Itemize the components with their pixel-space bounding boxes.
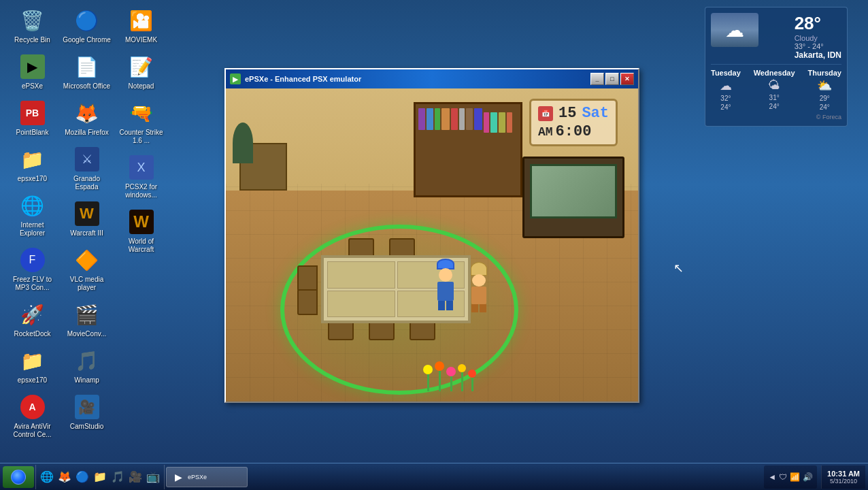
system-clock[interactable]: 10:31 AM 5/31/2010	[821, 466, 865, 489]
close-button[interactable]: ✕	[620, 73, 634, 85]
icon-winamp-label: Winamp	[74, 376, 99, 385]
icon-camstudio-label: CamStudio	[70, 423, 103, 431]
icon-camstudio[interactable]: 🎥 CamStudio	[61, 393, 112, 431]
epsxe-taskbar-item[interactable]: ▶ ePSXe	[166, 467, 248, 487]
icon-firefox[interactable]: 🦊 Mozilla Firefox	[61, 99, 112, 137]
icon-wow[interactable]: W World of Warcraft	[116, 208, 167, 254]
epsxe-window[interactable]: ▶ ePSXe - Enhanced PSX emulator _ □ ✕	[224, 68, 639, 403]
tray-arrow[interactable]: ◄	[768, 472, 776, 482]
ql-media[interactable]: 📺	[145, 469, 161, 485]
icon-pointblank[interactable]: PB PointBlank	[7, 99, 58, 137]
weather-day-3-name: Thursday	[807, 69, 841, 77]
icon-rocketdock[interactable]: 🚀 RocketDock	[7, 301, 58, 338]
taskbar-right: ◄ 🛡 📶 🔊 10:31 AM 5/31/2010	[764, 466, 865, 489]
weather-day-1-high: 32°	[720, 95, 731, 102]
icon-msoffice[interactable]: 📄 Microsoft Office	[61, 53, 112, 91]
icon-counterstrike-label: Counter Strike 1.6 ...	[117, 129, 166, 145]
icon-vlc[interactable]: 🔶 VLC media player	[61, 246, 112, 292]
icon-warcraft-label: Warcraft III	[70, 229, 103, 238]
calendar-icon: 📅	[538, 106, 553, 121]
minimize-button[interactable]: _	[590, 73, 604, 85]
weather-day-1-low: 24°	[720, 103, 731, 111]
icon-epsxe-label: ePSXe	[22, 82, 43, 91]
weather-day-2-name: Wednesday	[754, 69, 795, 77]
icon-vlc-label: VLC media player	[63, 276, 112, 292]
weather-wednesday: Wednesday 🌤 31° 24°	[754, 69, 795, 111]
moviemk-icon: 🎦	[129, 10, 153, 32]
icon-winamp[interactable]: 🎵 Winamp	[61, 347, 112, 385]
tv-screen	[530, 164, 617, 218]
game-scene: 📅 15 Sat AM 6:00	[226, 88, 638, 402]
icon-moviemk[interactable]: 🎦 MOVIEMK	[116, 7, 167, 44]
weather-day-1-name: Tuesday	[711, 69, 741, 77]
firefox-icon: 🦊	[75, 102, 99, 125]
epsxe-app-icon: ▶	[230, 74, 241, 84]
vlc-icon: 🔶	[75, 249, 99, 272]
tv-cabinet	[522, 157, 624, 238]
game-time-display: 📅 15 Sat AM 6:00	[529, 99, 618, 146]
weather-forecast: Tuesday ☁ 32° 24° Wednesday 🌤 31° 24° Th…	[711, 64, 841, 111]
icon-wow-label: World of Warcraft	[117, 238, 166, 254]
epsxe-title: ▶ ePSXe - Enhanced PSX emulator	[230, 74, 361, 84]
movieconv-icon: 🎬	[75, 304, 99, 326]
ql-camstudio[interactable]: 🎥	[127, 469, 144, 485]
ql-winamp[interactable]: 🎵	[110, 469, 126, 485]
icon-epsxe170b[interactable]: 📁 epsxe170	[7, 347, 58, 385]
ql-chrome[interactable]: 🔵	[74, 469, 90, 485]
ql-folder[interactable]: 📁	[92, 469, 108, 485]
icon-warcraft[interactable]: W Warcraft III	[61, 200, 112, 238]
icon-epsxe170-label: epsxe170	[18, 175, 47, 183]
winamp-icon: 🎵	[75, 350, 99, 372]
maximize-button[interactable]: □	[605, 73, 619, 85]
ql-firefox[interactable]: 🦊	[56, 469, 73, 485]
icon-firefox-label: Mozilla Firefox	[65, 129, 108, 137]
icon-epsxe170b-label: epsxe170	[18, 376, 47, 385]
icon-recycle-bin[interactable]: 🗑️ Recycle Bin	[7, 7, 58, 44]
weather-temperature: 28°	[795, 13, 841, 34]
game-weekday: Sat	[582, 105, 609, 122]
epsxe-icon: ▶	[20, 54, 45, 79]
pointblank-icon: PB	[20, 101, 45, 125]
icon-movieconv[interactable]: 🎬 MovieConv...	[61, 301, 112, 338]
game-viewport: 📅 15 Sat AM 6:00	[226, 88, 638, 402]
camstudio-icon: 🎥	[75, 395, 99, 419]
tray-security: 🛡	[779, 472, 787, 482]
weather-thursday: Thursday ⛅ 29° 24°	[807, 69, 841, 111]
icon-counterstrike[interactable]: 🔫 Counter Strike 1.6 ...	[116, 99, 167, 145]
weather-day-3-low: 24°	[820, 103, 830, 111]
epsxe170-icon: 📁	[20, 148, 44, 171]
ql-ie[interactable]: 🌐	[39, 469, 55, 485]
start-button[interactable]	[3, 466, 34, 488]
icon-avira[interactable]: A Avira AntiVir Control Ce...	[7, 393, 58, 439]
icon-freez-flv[interactable]: F Freez FLV to MP3 Con...	[7, 246, 58, 292]
clock-date: 5/31/2010	[830, 478, 857, 485]
icon-ie-label: Internet Explorer	[8, 221, 57, 238]
epsxe170b-icon: 📁	[20, 350, 44, 372]
icon-granado[interactable]: ⚔ Granado Espada	[61, 146, 112, 191]
weather-top: ☁ 28° Cloudy 33° - 24° Jakarta, IDN	[711, 13, 841, 60]
icon-ie[interactable]: 🌐 Internet Explorer	[7, 192, 58, 238]
time-ampm-row: AM 6:00	[538, 123, 609, 140]
icon-chrome[interactable]: 🔵 Google Chrome	[61, 7, 112, 44]
tray-network: 📶	[790, 472, 800, 482]
desktop-icons-area: 🗑️ Recycle Bin ▶ ePSXe PB PointBlank 📁 e…	[0, 0, 197, 463]
icon-pointblank-label: PointBlank	[16, 129, 49, 137]
freez-icon: F	[20, 248, 45, 272]
icon-epsxe[interactable]: ▶ ePSXe	[7, 53, 58, 91]
pcsx2-icon: X	[129, 155, 154, 180]
weather-day-2-low: 24°	[769, 103, 780, 110]
weather-info: 28° Cloudy 33° - 24° Jakarta, IDN	[795, 13, 841, 60]
icon-chrome-label: Google Chrome	[63, 36, 111, 44]
icon-freez-label: Freez FLV to MP3 Con...	[8, 276, 57, 292]
notepad-icon: 📝	[129, 56, 153, 78]
plant	[233, 122, 253, 163]
rocketdock-icon: 🚀	[20, 304, 44, 326]
icon-epsxe170[interactable]: 📁 epsxe170	[7, 146, 58, 183]
icon-rocketdock-label: RocketDock	[14, 330, 51, 338]
icon-pcsx2[interactable]: X PCSX2 for windows...	[116, 154, 167, 199]
epsxe-title-text: ePSXe - Enhanced PSX emulator	[245, 75, 361, 83]
wow-icon: W	[129, 210, 154, 234]
mouse-cursor: ↖	[673, 261, 684, 276]
icon-notepad[interactable]: 📝 Notepad	[116, 53, 167, 91]
epsxe-tb-label: ePSXe	[188, 474, 207, 480]
